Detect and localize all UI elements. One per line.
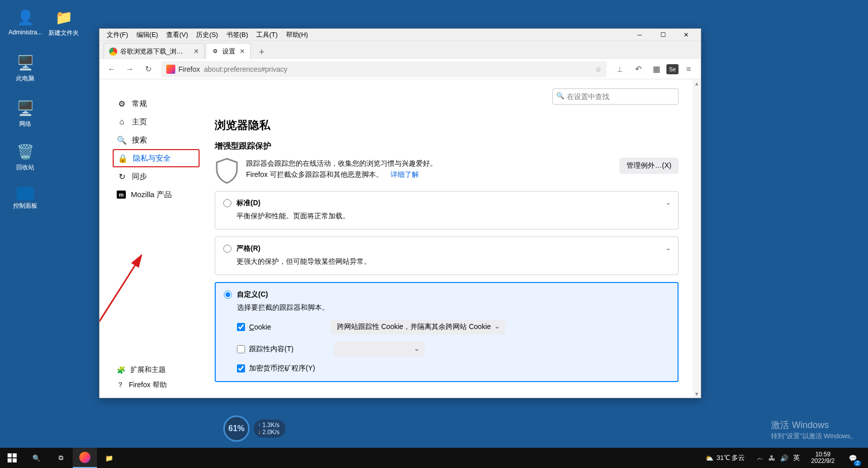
windows-activation-watermark: 激活 Windows 转到"设置"以激活 Windows。: [771, 419, 857, 441]
desktop-icon-this-pc[interactable]: 🖥️ 此电脑: [7, 53, 43, 83]
desktop-icon-newfolder[interactable]: 📁 新建文件夹: [45, 7, 82, 37]
protection-standard-card[interactable]: 标准(D) ⌄ 平衡保护和性能。页面将正常加载。: [215, 191, 679, 229]
search-button[interactable]: 🔍: [24, 448, 49, 468]
settings-search-input[interactable]: [552, 88, 679, 105]
maximize-button[interactable]: ☐: [651, 29, 674, 41]
tray-ime[interactable]: 英: [793, 453, 800, 462]
tab-chrome-download[interactable]: 谷歌浏览器下载_浏览器官网入口 ✕: [104, 43, 205, 59]
intro-line2: Firefox 可拦截众多跟踪器和其他恶意脚本。: [246, 170, 383, 178]
menu-history[interactable]: 历史(S): [192, 30, 222, 39]
weather-widget[interactable]: ⛅ 31℃ 多云: [700, 453, 750, 462]
svg-rect-3: [8, 458, 12, 462]
desktop-label: 网络: [7, 120, 43, 128]
checkbox-cryptominer[interactable]: [237, 364, 245, 372]
sidebar-item-help[interactable]: ？ Firefox 帮助: [113, 378, 200, 393]
user-icon: 👤: [15, 7, 35, 27]
desktop-label: 控制面板: [7, 202, 43, 210]
vertical-scrollbar[interactable]: ▲ ▼: [693, 79, 701, 398]
chevron-down-icon[interactable]: ⌄: [665, 199, 671, 206]
checkbox-cookie[interactable]: [237, 323, 245, 331]
card-title: 严格(R): [236, 244, 260, 253]
taskbar-firefox[interactable]: [73, 448, 97, 468]
svg-rect-1: [8, 453, 12, 457]
learn-more-link[interactable]: 详细了解: [391, 170, 419, 178]
sidebar-item-sync[interactable]: ↻ 同步: [113, 167, 200, 185]
svg-rect-2: [13, 453, 17, 457]
net-rates: 1.3K/s 2.0K/s: [254, 419, 285, 438]
menu-help[interactable]: 帮助(H): [282, 30, 312, 39]
tab-close-icon[interactable]: ✕: [194, 48, 199, 55]
menu-bookmarks[interactable]: 书签(B): [222, 30, 252, 39]
cookie-dropdown[interactable]: 跨网站跟踪性 Cookie，并隔离其余跨网站 Cookie: [331, 319, 505, 335]
watermark-line2: 转到"设置"以激活 Windows。: [771, 432, 857, 441]
minimize-button[interactable]: ─: [628, 29, 651, 41]
tray-chevron-up-icon[interactable]: ︿: [757, 453, 763, 462]
undo-icon[interactable]: ↶: [630, 61, 646, 77]
back-button[interactable]: ←: [104, 61, 120, 77]
tab-close-icon[interactable]: ✕: [239, 48, 245, 55]
tracking-content-dropdown[interactable]: [334, 342, 425, 357]
crop-icon[interactable]: ⟂: [612, 61, 628, 77]
url-path: about:preferences#privacy: [204, 65, 287, 73]
desktop-icon-admin[interactable]: 👤 Administra...: [7, 7, 43, 36]
settings-sidebar: ⚙ 常规 ⌂ 主页 🔍 搜索 🔒 隐私与安全 ↻ 同步 m Mozilla 产品: [100, 79, 206, 398]
sidebar-item-privacy[interactable]: 🔒 隐私与安全: [113, 149, 200, 167]
card-desc: 平衡保护和性能。页面将正常加载。: [236, 212, 670, 221]
section-title: 增强型跟踪保护: [215, 141, 679, 152]
apps-grid-icon[interactable]: ▦: [648, 61, 664, 77]
sidebar-item-extensions[interactable]: 🧩 扩展和主题: [113, 362, 200, 378]
puzzle-icon: 🧩: [117, 366, 125, 374]
selenium-icon[interactable]: Se: [666, 64, 679, 74]
taskbar-clock[interactable]: 10:59 2022/9/2: [807, 451, 839, 464]
menu-edit[interactable]: 编辑(E): [132, 30, 162, 39]
address-bar[interactable]: Firefox about:preferences#privacy ☆: [161, 61, 607, 77]
reload-button[interactable]: ↻: [140, 61, 156, 77]
desktop-icon-network[interactable]: 🖥️ 网络: [7, 98, 43, 128]
help-icon: ？: [117, 381, 124, 390]
folder-icon: 📁: [54, 7, 74, 27]
menu-view[interactable]: 查看(V): [162, 30, 192, 39]
forward-button[interactable]: →: [122, 61, 138, 77]
sidebar-item-label: 隐私与安全: [133, 154, 171, 163]
desktop-label: Administra...: [7, 29, 43, 36]
scroll-down-arrow[interactable]: ▼: [693, 390, 701, 398]
tray-network-icon[interactable]: 🖧: [768, 454, 775, 462]
sidebar-item-general[interactable]: ⚙ 常规: [113, 95, 200, 113]
sidebar-item-home[interactable]: ⌂ 主页: [113, 113, 200, 131]
taskbar-explorer[interactable]: 📁: [97, 448, 121, 468]
desktop-icon-recycle-bin[interactable]: 🗑️ 回收站: [7, 142, 43, 172]
scroll-up-arrow[interactable]: ▲: [693, 79, 701, 87]
sidebar-item-mozilla-products[interactable]: m Mozilla 产品: [113, 185, 200, 204]
sidebar-item-label: 同步: [132, 172, 147, 181]
tab-settings[interactable]: ⚙ 设置 ✕: [206, 43, 251, 59]
bookmark-star-icon[interactable]: ☆: [595, 65, 602, 73]
hamburger-menu-icon[interactable]: ≡: [681, 61, 697, 77]
radio-strict[interactable]: [223, 245, 231, 253]
task-view-button[interactable]: ⧉: [49, 448, 73, 468]
checkbox-tracking-content[interactable]: [237, 345, 245, 353]
intro-text: 跟踪器会跟踪您的在线活动，收集您的浏览习惯与兴趣爱好。 Firefox 可拦截众…: [246, 158, 612, 180]
gear-icon: ⚙: [211, 48, 219, 56]
notification-center-button[interactable]: 💬2: [842, 448, 864, 468]
new-tab-button[interactable]: +: [255, 45, 269, 59]
card-title: 自定义(C): [237, 290, 268, 299]
network-speed-widget[interactable]: 61% 1.3K/s 2.0K/s: [223, 415, 285, 442]
manage-exceptions-button[interactable]: 管理例外…(X): [619, 158, 679, 174]
sidebar-item-label: 常规: [132, 99, 147, 109]
start-button[interactable]: [0, 448, 24, 468]
protection-custom-card[interactable]: 自定义(C) 选择要拦截的跟踪器和脚本。 CCookieookie 跨网站跟踪性…: [215, 282, 679, 382]
chevron-down-icon[interactable]: ⌄: [665, 244, 671, 252]
weather-icon: ⛅: [705, 454, 713, 462]
sidebar-item-label: Firefox 帮助: [129, 381, 167, 390]
radio-standard[interactable]: [223, 199, 231, 207]
desktop-icon-control-panel[interactable]: 控制面板: [7, 187, 43, 210]
sidebar-item-search[interactable]: 🔍 搜索: [113, 131, 200, 149]
tray-volume-icon[interactable]: 🔊: [780, 454, 788, 462]
close-button[interactable]: ✕: [674, 29, 698, 41]
menu-tools[interactable]: 工具(T): [252, 30, 282, 39]
desktop-label: 此电脑: [7, 74, 43, 83]
radio-custom[interactable]: [224, 291, 232, 299]
monitor-icon: 🖥️: [15, 53, 35, 73]
protection-strict-card[interactable]: 严格(R) ⌄ 更强大的保护，但可能导致某些网站异常。: [215, 237, 679, 275]
menu-file[interactable]: 文件(F): [103, 30, 132, 39]
